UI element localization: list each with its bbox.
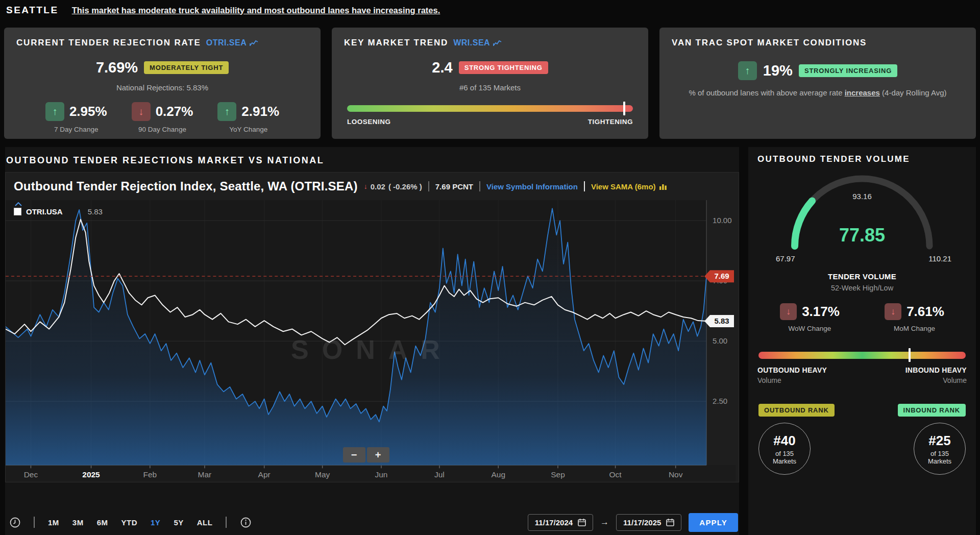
svg-text:Dec: Dec — [24, 470, 38, 479]
tightening-label: TIGHTENING — [588, 118, 633, 126]
spot-description: % of outbound lanes with above average r… — [672, 88, 964, 97]
info-icon[interactable] — [240, 517, 251, 528]
trend-marker — [623, 102, 625, 115]
loosening-label: LOOSENING — [347, 118, 391, 126]
svg-text:Jun: Jun — [375, 470, 387, 479]
divider — [226, 517, 227, 528]
legend-label: OTRI.USA — [26, 207, 63, 216]
top-header: SEATTLE This market has moderate truck a… — [0, 0, 980, 20]
svg-text:Nov: Nov — [669, 470, 683, 479]
ticker-link-wri-sea[interactable]: WRI.SEA — [453, 38, 502, 47]
rejection-index-chart: Dec2025FebMarAprMayJunJulAugSepOctNov10.… — [6, 200, 736, 482]
down-arrow-icon: ↓ — [132, 102, 151, 121]
down-arrow-icon: ↓ — [885, 303, 901, 320]
svg-text:5.83: 5.83 — [714, 317, 729, 325]
balance-marker — [909, 348, 911, 362]
outbound-rank-circle: #40 of 135 Markets — [758, 423, 811, 475]
market-name: SEATTLE — [6, 5, 59, 16]
change-7day: ↑ 2.95% 7 Day Change — [45, 102, 107, 133]
card-title: CURRENT TENDER REJECTION RATE — [16, 38, 201, 48]
sama-icon — [659, 183, 667, 190]
gauge-label: TENDER VOLUME — [757, 272, 967, 281]
volume-balance-gauge — [758, 352, 966, 359]
date-to-input[interactable]: 11/17/2025 — [616, 514, 681, 531]
gauge-min-value: 67.97 — [776, 254, 795, 263]
svg-text:Mar: Mar — [198, 470, 212, 479]
range-ytd[interactable]: YTD — [121, 518, 138, 527]
card-market-trend: KEY MARKET TREND WRI.SEA 2.4 STRONG TIGH… — [332, 28, 648, 139]
divider — [428, 181, 429, 191]
chart-line-icon — [493, 39, 502, 46]
down-arrow-icon: ↓ — [364, 182, 368, 190]
svg-text:10.00: 10.00 — [713, 216, 731, 225]
view-sama-link[interactable]: View SAMA (6mo) — [591, 182, 667, 191]
mom-change: ↓ 7.61% MoM Change — [885, 303, 944, 332]
chart-plot-area[interactable]: Dec2025FebMarAprMayJunJulAugSepOctNov10.… — [6, 200, 739, 482]
svg-text:Feb: Feb — [143, 470, 157, 479]
date-range-controls: 11/17/2024 → 11/17/2025 APPLY — [528, 513, 738, 532]
spot-value: 19% — [763, 62, 793, 79]
rejections-chart-section: OUTBOUND TENDER REJECTIONS MARKET VS NAT… — [5, 147, 739, 535]
clock-icon[interactable] — [9, 517, 20, 528]
chart-line-icon — [250, 39, 258, 46]
card-tender-rejection: CURRENT TENDER REJECTION RATE OTRI.SEA 7… — [4, 28, 321, 139]
gauge-sublabel: 52-Week High/Low — [757, 284, 967, 292]
panel-heading: OUTBOUND TENDER VOLUME — [757, 154, 967, 164]
outbound-rank-badge: OUTBOUND RANK — [758, 404, 835, 417]
up-arrow-icon: ↑ — [738, 61, 757, 80]
volume-changes-row: ↓ 3.17% WoW Change ↓ 7.61% MoM Change — [757, 303, 967, 332]
range-1y[interactable]: 1Y — [151, 518, 160, 527]
chart-legend: OTRI.USA 5.83 — [14, 202, 103, 216]
chart-change: ↓ 0.02 ( -0.26% ) — [364, 182, 422, 191]
trend-gauge — [347, 105, 633, 112]
gauge-current-value: 77.85 — [839, 225, 885, 246]
svg-text:Apr: Apr — [258, 470, 271, 479]
summary-cards-row: CURRENT TENDER REJECTION RATE OTRI.SEA 7… — [4, 28, 976, 139]
zoom-out-button[interactable]: − — [343, 447, 365, 463]
rejection-rate-value: 7.69% — [96, 59, 138, 76]
calendar-icon — [666, 518, 674, 526]
last-value: 7.69 PCNT — [435, 182, 473, 191]
down-arrow-icon: ↓ — [780, 303, 797, 320]
divider — [584, 181, 585, 191]
wow-change: ↓ 3.17% WoW Change — [780, 303, 840, 332]
outbound-rank: OUTBOUND RANK #40 of 135 Markets — [758, 404, 835, 475]
change-90day: ↓ 0.27% 90 Day Change — [132, 102, 193, 133]
svg-text:Aug: Aug — [492, 470, 506, 479]
svg-text:May: May — [315, 470, 330, 479]
calendar-icon — [578, 518, 586, 526]
chevron-up-icon[interactable] — [15, 202, 22, 206]
outbound-heavy-label: OUTBOUND HEAVY Volume — [757, 366, 827, 384]
trend-status-badge: STRONG TIGHTENING — [459, 61, 548, 74]
svg-text:5.00: 5.00 — [713, 336, 727, 345]
range-1m[interactable]: 1M — [48, 518, 59, 527]
date-from-input[interactable]: 11/17/2024 — [528, 514, 593, 531]
ticker-link-otri-sea[interactable]: OTRI.SEA — [206, 38, 259, 47]
balance-gradient-bar — [758, 352, 966, 359]
trend-value: 2.4 — [432, 59, 452, 76]
national-rejections: National Rejections: 5.83% — [16, 83, 308, 92]
svg-text:Jul: Jul — [434, 470, 445, 479]
card-title: KEY MARKET TREND — [344, 38, 448, 48]
range-3m[interactable]: 3M — [72, 518, 84, 527]
zoom-in-button[interactable]: + — [367, 447, 389, 463]
apply-button[interactable]: APPLY — [689, 513, 738, 532]
divider — [479, 181, 480, 191]
gauge-top-value: 93.16 — [852, 192, 872, 201]
spot-status-badge: STRONGLY INCREASING — [799, 64, 897, 77]
up-arrow-icon: ↑ — [217, 102, 236, 121]
ranks-row: OUTBOUND RANK #40 of 135 Markets INBOUND… — [757, 404, 967, 475]
up-arrow-icon: ↑ — [45, 102, 64, 121]
zoom-controls: − + — [343, 447, 389, 463]
range-5y[interactable]: 5Y — [174, 518, 183, 527]
change-yoy: ↑ 2.91% YoY Change — [217, 102, 279, 133]
view-symbol-link[interactable]: View Symbol Information — [486, 182, 578, 191]
range-all[interactable]: ALL — [197, 518, 213, 527]
tender-volume-gauge: 93.16 77.85 67.97 110.21 — [757, 169, 967, 271]
market-summary-link[interactable]: This market has moderate truck availabil… — [72, 6, 440, 15]
gauge-max-value: 110.21 — [928, 254, 951, 263]
rejection-status-badge: MODERATELY TIGHT — [144, 61, 229, 74]
legend-swatch-otri-usa[interactable] — [14, 208, 21, 215]
range-6m[interactable]: 6M — [97, 518, 108, 527]
svg-text:2.50: 2.50 — [713, 397, 727, 405]
